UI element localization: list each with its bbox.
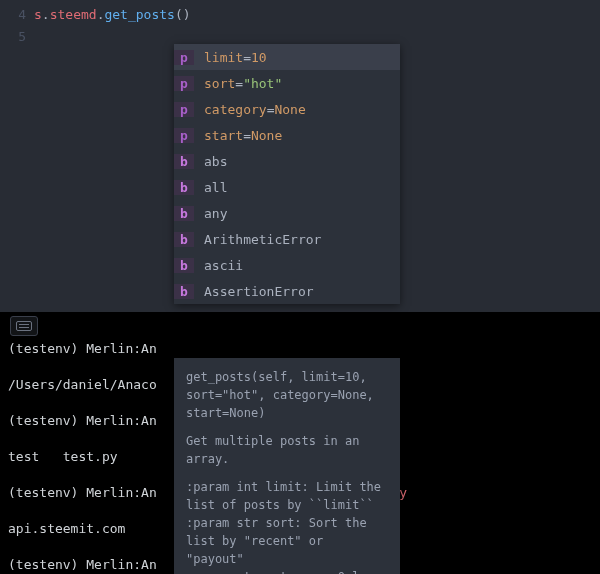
completion-label: sort="hot"	[204, 76, 282, 91]
completion-kind-icon: b	[174, 206, 194, 221]
terminal-toolbar	[10, 316, 38, 336]
doc-param: :param str category: Only show posts in …	[186, 568, 388, 574]
completion-kind-icon: p	[174, 50, 194, 65]
autocomplete-popup[interactable]: plimit=10psort="hot"pcategory=Nonepstart…	[174, 44, 400, 304]
completion-kind-icon: p	[174, 128, 194, 143]
completion-kind-icon: p	[174, 102, 194, 117]
autocomplete-item[interactable]: babs	[174, 148, 400, 174]
completion-kind-icon: b	[174, 284, 194, 299]
completion-kind-icon: b	[174, 258, 194, 273]
documentation-popup: get_posts(self, limit=10, sort="hot", ca…	[174, 358, 400, 574]
autocomplete-item[interactable]: bascii	[174, 252, 400, 278]
doc-signature: get_posts(self, limit=10, sort="hot", ca…	[186, 368, 388, 422]
autocomplete-item[interactable]: bAssertionError	[174, 278, 400, 304]
completion-label: abs	[204, 154, 227, 169]
autocomplete-item[interactable]: ball	[174, 174, 400, 200]
code-line[interactable]: s.steemd.get_posts()	[34, 4, 600, 26]
completion-kind-icon: b	[174, 154, 194, 169]
autocomplete-item[interactable]: bArithmeticError	[174, 226, 400, 252]
line-number: 5	[0, 26, 26, 48]
completion-label: category=None	[204, 102, 306, 117]
autocomplete-item[interactable]: pcategory=None	[174, 96, 400, 122]
completion-label: all	[204, 180, 227, 195]
keyboard-icon	[16, 321, 32, 331]
line-number: 4	[0, 4, 26, 26]
doc-param: :param int limit: Limit the list of post…	[186, 478, 388, 514]
doc-summary: Get multiple posts in an array.	[186, 432, 388, 468]
completion-label: ArithmeticError	[204, 232, 321, 247]
autocomplete-item[interactable]: bany	[174, 200, 400, 226]
completion-kind-icon: b	[174, 232, 194, 247]
completion-kind-icon: p	[174, 76, 194, 91]
completion-label: any	[204, 206, 227, 221]
completion-label: limit=10	[204, 50, 267, 65]
completion-label: ascii	[204, 258, 243, 273]
completion-label: AssertionError	[204, 284, 314, 299]
terminal-line: (testenv) Merlin:An	[8, 340, 592, 358]
completion-kind-icon: b	[174, 180, 194, 195]
autocomplete-item[interactable]: psort="hot"	[174, 70, 400, 96]
doc-param: :param str sort: Sort the list by "recen…	[186, 514, 388, 568]
line-gutter: 4 5	[0, 0, 34, 312]
autocomplete-item[interactable]: pstart=None	[174, 122, 400, 148]
completion-label: start=None	[204, 128, 282, 143]
keyboard-button[interactable]	[10, 316, 38, 336]
autocomplete-item[interactable]: plimit=10	[174, 44, 400, 70]
